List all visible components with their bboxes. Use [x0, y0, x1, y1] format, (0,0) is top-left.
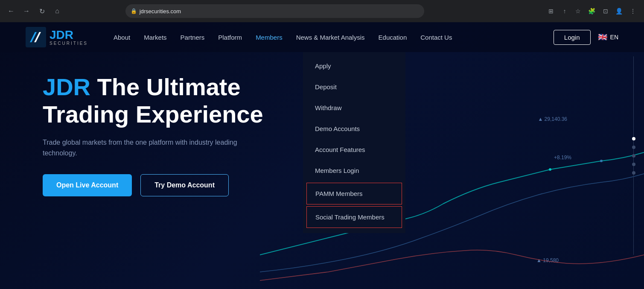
try-demo-account-button[interactable]: Try Demo Account [140, 174, 229, 196]
language-selector[interactable]: 🇬🇧 EN [597, 32, 618, 42]
logo-securities: SECURITIES [50, 41, 88, 46]
menu-button[interactable]: ⋮ [627, 5, 639, 17]
dropdown-demo-accounts[interactable]: Demo Accounts [303, 118, 405, 139]
website-content: JDR SECURITIES About Markets Partners Pl… [0, 22, 644, 289]
translate-button[interactable]: ⊞ [545, 5, 557, 17]
slide-dot-2[interactable] [632, 146, 635, 149]
logo-text: JDR SECURITIES [50, 29, 88, 46]
logo[interactable]: JDR SECURITIES [26, 27, 88, 47]
login-button[interactable]: Login [554, 30, 591, 45]
slide-dot-5[interactable] [632, 171, 635, 175]
nav-news[interactable]: News & Market Analysis [296, 34, 365, 41]
dropdown-deposit[interactable]: Deposit [303, 76, 405, 97]
dropdown-withdraw[interactable]: Withdraw [303, 97, 405, 118]
logo-jdr: JDR [50, 29, 88, 41]
extensions-button[interactable]: 🧩 [586, 5, 598, 17]
dropdown-apply[interactable]: Apply [303, 55, 405, 76]
nav-partners[interactable]: Partners [181, 34, 205, 41]
browser-actions: ⊞ ↑ ☆ 🧩 ⊡ 👤 ⋮ [545, 5, 639, 17]
logo-icon [26, 27, 46, 47]
nav-members[interactable]: Members [256, 34, 283, 41]
flag-icon: 🇬🇧 [597, 32, 608, 42]
navbar: JDR SECURITIES About Markets Partners Pl… [0, 22, 644, 52]
nav-education[interactable]: Education [379, 34, 407, 41]
dropdown-members-login[interactable]: Members Login [303, 160, 405, 181]
nav-contact[interactable]: Contact Us [420, 34, 452, 41]
nav-links: About Markets Partners Platform Members … [114, 34, 554, 41]
logo-jdr-text: JDR [50, 28, 73, 41]
hero-subtitle: Trade global markets from the one platfo… [43, 137, 248, 159]
hero-title-jdr: JDR [43, 73, 90, 100]
forward-button[interactable]: → [20, 5, 32, 17]
share-button[interactable]: ↑ [559, 5, 571, 17]
back-button[interactable]: ← [5, 5, 17, 17]
nav-markets[interactable]: Markets [144, 34, 166, 41]
open-live-account-button[interactable]: Open Live Account [43, 174, 132, 196]
svg-rect-2 [26, 27, 46, 47]
address-bar[interactable]: 🔒 jdrsecurities.com [125, 4, 424, 18]
lang-label: EN [610, 34, 618, 41]
url-text: jdrsecurities.com [140, 8, 181, 15]
browser-chrome: ← → ↻ ⌂ 🔒 jdrsecurities.com ⊞ ↑ ☆ 🧩 ⊡ 👤 … [0, 0, 644, 22]
dropdown-account-features[interactable]: Account Features [303, 139, 405, 160]
slide-dots [632, 137, 635, 175]
nav-right: Login 🇬🇧 EN [554, 30, 618, 45]
nav-about[interactable]: About [114, 34, 130, 41]
slide-dot-3[interactable] [632, 154, 635, 158]
nav-platform[interactable]: Platform [218, 34, 242, 41]
hero-title: JDR The Ultimate Trading Experience [43, 73, 307, 128]
lock-icon: 🔒 [131, 8, 137, 14]
refresh-button[interactable]: ↻ [36, 5, 48, 17]
slide-dot-1[interactable] [632, 137, 635, 140]
dropdown-social-trading[interactable]: Social Trading Members [306, 206, 402, 228]
home-button[interactable]: ⌂ [51, 5, 63, 17]
tab-button[interactable]: ⊡ [600, 5, 612, 17]
profile-button[interactable]: 👤 [613, 5, 625, 17]
slide-dot-4[interactable] [632, 163, 635, 166]
dropdown-pamm-members[interactable]: PAMM Members [306, 183, 402, 204]
members-dropdown: Apply Deposit Withdraw Demo Accounts Acc… [303, 52, 405, 233]
bookmark-button[interactable]: ☆ [572, 5, 584, 17]
